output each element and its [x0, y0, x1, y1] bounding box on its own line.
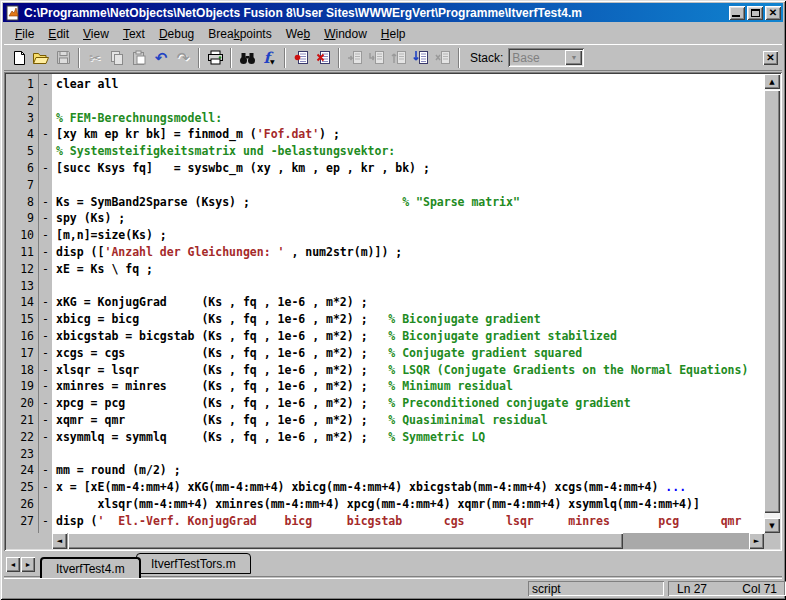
breakpoint-dash[interactable]	[39, 93, 52, 110]
breakpoint-dash[interactable]	[39, 496, 52, 513]
code-line[interactable]	[56, 278, 764, 295]
code-line[interactable]: [m,n]=size(Ks) ;	[56, 227, 764, 244]
menu-breakpoints[interactable]: Breakpoints	[201, 25, 278, 43]
undo-button[interactable]: ↶	[150, 47, 172, 69]
code-line[interactable]: disp (' El.-Verf. KonjugGrad bicg bicgst…	[56, 513, 764, 530]
menu-help[interactable]: Help	[374, 25, 413, 43]
title-bar[interactable]: C:\Programme\NetObjects\NetObjects Fusio…	[3, 3, 783, 22]
breakpoint-dash[interactable]: -	[39, 227, 52, 244]
code-line[interactable]: xlsqr = lsqr (Ks , fq , 1e-6 , m*2) ; % …	[56, 362, 764, 379]
code-text-area[interactable]: clear all % FEM-Berechnungsmodell:[xy km…	[52, 74, 764, 533]
breakpoint-dash[interactable]: -	[39, 76, 52, 93]
breakpoint-dash[interactable]: -	[39, 462, 52, 479]
breakpoint-dash[interactable]	[39, 278, 52, 295]
horizontal-scrollbar-thumb[interactable]	[68, 533, 623, 549]
code-line[interactable]: % Systemsteifigkeitsmatrix und -belastun…	[56, 143, 764, 160]
horizontal-scrollbar[interactable]: ◄ ►	[52, 533, 764, 549]
vertical-scrollbar-thumb[interactable]	[764, 90, 780, 513]
code-line[interactable]	[56, 177, 764, 194]
breakpoint-dash[interactable]: -	[39, 294, 52, 311]
breakpoint-dash[interactable]: -	[39, 479, 52, 496]
code-line[interactable]: xKG = KonjugGrad (Ks , fq , 1e-6 , m*2) …	[56, 294, 764, 311]
breakpoint-dash[interactable]: -	[39, 378, 52, 395]
code-line[interactable]	[56, 446, 764, 463]
code-line[interactable]: clear all	[56, 76, 764, 93]
exit-debug-button[interactable]	[432, 47, 454, 69]
breakpoint-dash[interactable]: -	[39, 412, 52, 429]
menu-debug[interactable]: Debug	[152, 25, 201, 43]
code-line[interactable]: xsymmlq = symmlq (Ks , fq , 1e-6 , m*2) …	[56, 429, 764, 446]
minimize-button[interactable]	[729, 6, 745, 20]
code-line[interactable]: [succ Ksys fq] = syswbc_m (xy , km , ep …	[56, 160, 764, 177]
code-line[interactable]: xbicgstab = bicgstab (Ks , fq , 1e-6 , m…	[56, 328, 764, 345]
menu-window[interactable]: Window	[317, 25, 374, 43]
breakpoint-dash[interactable]	[39, 143, 52, 160]
scroll-right-icon[interactable]: ►	[749, 533, 764, 549]
breakpoint-dash[interactable]	[39, 177, 52, 194]
code-line[interactable]: xE = Ks \ fq ;	[56, 261, 764, 278]
breakpoint-dash[interactable]: -	[39, 362, 52, 379]
clear-breakpoints-button[interactable]	[312, 47, 334, 69]
code-line[interactable]: xlsqr(mm-4:mm+4) xminres(mm-4:mm+4) xpcg…	[56, 496, 764, 513]
menu-edit[interactable]: Edit	[41, 25, 76, 43]
redo-button[interactable]: ↷	[172, 47, 194, 69]
breakpoint-dash[interactable]: -	[39, 311, 52, 328]
toggle-breakpoint-button[interactable]	[290, 47, 312, 69]
code-line[interactable]: xbicg = bicg (Ks , fq , 1e-6 , m*2) ; % …	[56, 311, 764, 328]
breakpoint-dash[interactable]	[39, 110, 52, 127]
breakpoint-dash[interactable]: -	[39, 345, 52, 362]
vertical-scrollbar[interactable]: ▲ ▼	[764, 74, 780, 533]
code-line[interactable]: xpcg = pcg (Ks , fq , 1e-6 , m*2) ; % Pr…	[56, 395, 764, 412]
tab-itverftesttors[interactable]: ItverfTestTors.m	[136, 553, 251, 574]
maximize-button[interactable]	[747, 6, 763, 20]
code-line[interactable]: mm = round (m/2) ;	[56, 462, 764, 479]
breakpoint-dash[interactable]: -	[39, 160, 52, 177]
menu-file[interactable]: File	[8, 25, 41, 43]
code-line[interactable]: Ks = SymBand2Sparse (Ksys) ; % "Sparse m…	[56, 194, 764, 211]
code-line[interactable]: [xy km ep kr bk] = finmod_m ('Fof.dat') …	[56, 126, 764, 143]
breakpoint-dash[interactable]: -	[39, 261, 52, 278]
breakpoint-dash[interactable]: -	[39, 244, 52, 261]
code-line[interactable]: xminres = minres (Ks , fq , 1e-6 , m*2) …	[56, 378, 764, 395]
menu-text[interactable]: Text	[116, 25, 152, 43]
code-line[interactable]: xqmr = qmr (Ks , fq , 1e-6 , m*2) ; % Qu…	[56, 412, 764, 429]
code-line[interactable]: x = [xE(mm-4:mm+4) xKG(mm-4:mm+4) xbicg(…	[56, 479, 764, 496]
save-button[interactable]	[52, 47, 74, 69]
breakpoint-gutter[interactable]: - - - ----- --------- -- -	[38, 74, 52, 533]
tab-scroll-right-button[interactable]: ►	[21, 557, 35, 572]
go-until-cursor-button[interactable]	[410, 47, 432, 69]
breakpoint-dash[interactable]: -	[39, 328, 52, 345]
step-button[interactable]	[344, 47, 366, 69]
scroll-left-icon[interactable]: ◄	[52, 533, 67, 549]
code-line[interactable]: spy (Ks) ;	[56, 210, 764, 227]
breakpoint-dash[interactable]: -	[39, 194, 52, 211]
copy-button[interactable]	[106, 47, 128, 69]
step-in-button[interactable]	[366, 47, 388, 69]
breakpoint-dash[interactable]: -	[39, 210, 52, 227]
tab-scroll-left-button[interactable]: ◄	[6, 557, 20, 572]
paste-button[interactable]	[128, 47, 150, 69]
code-line[interactable]	[56, 93, 764, 110]
breakpoint-dash[interactable]: -	[39, 126, 52, 143]
close-button[interactable]: ✕	[765, 6, 781, 20]
breakpoint-dash[interactable]: -	[39, 395, 52, 412]
print-button[interactable]	[204, 47, 226, 69]
toolbar-close-button[interactable]: ✕	[763, 51, 778, 65]
function-browser-button[interactable]: f ▼	[258, 47, 280, 69]
find-button[interactable]	[236, 47, 258, 69]
stack-dropdown[interactable]: Base ▼	[508, 48, 584, 67]
open-file-button[interactable]	[30, 47, 52, 69]
code-line[interactable]: disp (['Anzahl der Gleichungen: ' , num2…	[56, 244, 764, 261]
code-line[interactable]: % FEM-Berechnungsmodell:	[56, 110, 764, 127]
breakpoint-dash[interactable]	[39, 446, 52, 463]
breakpoint-dash[interactable]: -	[39, 429, 52, 446]
scroll-up-icon[interactable]: ▲	[764, 74, 780, 89]
new-file-button[interactable]	[8, 47, 30, 69]
menu-web[interactable]: Web	[279, 25, 317, 43]
cut-button[interactable]: ✂	[84, 47, 106, 69]
tab-itverftest4[interactable]: ItverfTest4.m	[40, 557, 141, 578]
breakpoint-dash[interactable]: -	[39, 513, 52, 530]
step-out-button[interactable]	[388, 47, 410, 69]
menu-view[interactable]: View	[76, 25, 116, 43]
code-line[interactable]: xcgs = cgs (Ks , fq , 1e-6 , m*2) ; % Co…	[56, 345, 764, 362]
